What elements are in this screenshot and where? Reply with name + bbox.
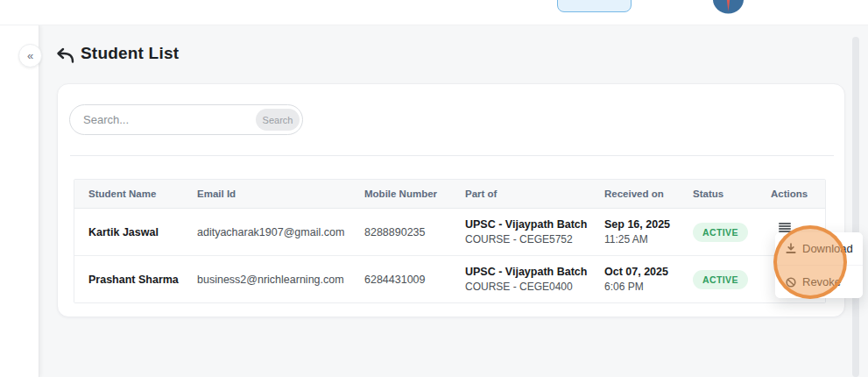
sidebar — [0, 25, 39, 377]
cell-part-of: UPSC - Vijaypath Batch COURSE - CEGE5752 — [465, 218, 604, 245]
table-row: Prashant Sharma business2@nrichlearning.… — [74, 256, 825, 302]
search-button[interactable]: Search — [256, 109, 300, 131]
students-table: Student Name Email Id Mobile Number Part… — [74, 179, 826, 303]
received-time: 6:06 PM — [604, 281, 693, 293]
cell-part-of: UPSC - Vijaypath Batch COURSE - CEGE0400 — [465, 266, 604, 293]
cell-mobile: 6284431009 — [364, 274, 465, 286]
row-actions-dropdown: Download Revoke — [775, 232, 863, 298]
column-header-actions: Actions — [771, 188, 827, 199]
course-code: COURSE - CEGE5752 — [465, 233, 604, 245]
column-header-student-name: Student Name — [74, 188, 197, 199]
student-list-card: Search Student Name Email Id Mobile Numb… — [57, 83, 845, 317]
table-row: Kartik Jaswal adityacharak1907@gmail.com… — [74, 209, 825, 256]
search-bar: Search — [69, 104, 303, 135]
vertical-scrollbar[interactable] — [852, 37, 859, 377]
top-navbar — [0, 0, 868, 25]
received-time: 11:25 AM — [604, 233, 693, 245]
cell-received-on: Sep 16, 2025 11:25 AM — [604, 218, 693, 245]
table-header-row: Student Name Email Id Mobile Number Part… — [74, 180, 825, 209]
download-icon — [786, 243, 796, 254]
hamburger-menu-icon[interactable] — [779, 223, 791, 233]
status-badge: ACTIVE — [693, 223, 748, 242]
brand-logo-icon[interactable] — [712, 0, 745, 15]
menu-item-label: Download — [802, 242, 853, 255]
column-header-received-on: Received on — [604, 188, 693, 199]
column-header-part-of: Part of — [465, 188, 604, 199]
sidebar-collapse-button[interactable]: « — [18, 44, 42, 68]
column-header-status: Status — [693, 188, 771, 199]
back-arrow-icon[interactable] — [54, 46, 75, 64]
batch-name: UPSC - Vijaypath Batch — [465, 266, 604, 278]
menu-item-download[interactable]: Download — [775, 232, 863, 265]
cell-status: ACTIVE — [693, 223, 771, 242]
topbar-action-button[interactable] — [557, 0, 632, 12]
menu-item-label: Revoke — [802, 275, 841, 288]
app-window: « Student List Search Student Name Email… — [0, 0, 868, 377]
cell-email: business2@nrichlearning.com — [197, 274, 364, 286]
batch-name: UPSC - Vijaypath Batch — [465, 218, 604, 231]
cell-email: adityacharak1907@gmail.com — [197, 226, 364, 238]
received-date: Oct 07, 2025 — [604, 266, 693, 278]
divider — [70, 155, 834, 156]
course-code: COURSE - CEGE0400 — [465, 281, 604, 293]
cell-status: ACTIVE — [693, 270, 771, 289]
menu-item-revoke[interactable]: Revoke — [775, 265, 863, 298]
received-date: Sep 16, 2025 — [604, 218, 693, 231]
cell-student-name: Prashant Sharma — [74, 274, 197, 286]
column-header-mobile: Mobile Number — [364, 188, 465, 199]
page-title: Student List — [81, 44, 179, 63]
cell-student-name: Kartik Jaswal — [74, 226, 197, 238]
revoke-icon — [786, 277, 796, 288]
cell-received-on: Oct 07, 2025 6:06 PM — [604, 266, 693, 293]
cell-mobile: 8288890235 — [364, 226, 465, 238]
status-badge: ACTIVE — [693, 270, 748, 289]
column-header-email: Email Id — [197, 188, 364, 199]
